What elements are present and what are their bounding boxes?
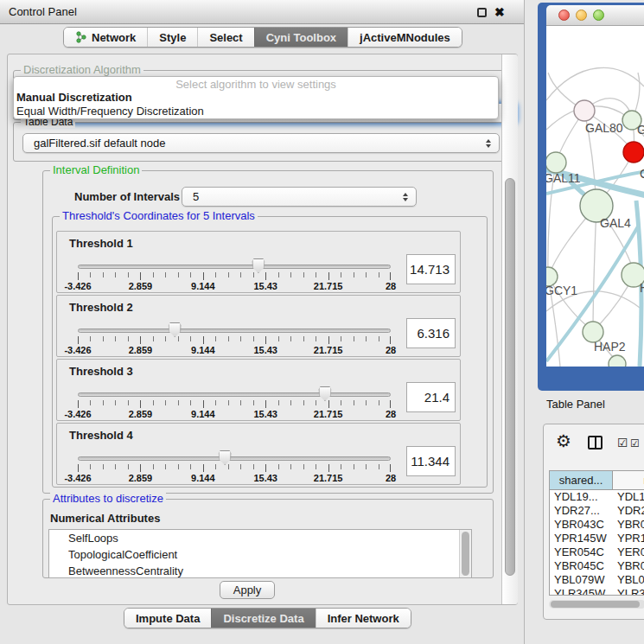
checkbox-checked-icon[interactable]: ☑ xyxy=(630,437,640,450)
tab-discretize-data[interactable]: Discretize Data xyxy=(211,609,315,628)
tab-label: Infer Network xyxy=(328,612,399,625)
network-view-window: GAL80 GA GAL11 C GAL4 GCY1 H HAP2 xyxy=(538,3,644,391)
node-label-gal11: GAL11 xyxy=(546,171,581,185)
network-canvas[interactable]: GAL80 GA GAL11 C GAL4 GCY1 H HAP2 xyxy=(546,26,644,367)
threshold-slider[interactable]: -3.4262.8599.14415.4321.71528 xyxy=(78,322,391,356)
cell-shared-name[interactable]: YDR27... xyxy=(550,504,613,518)
panel-vertical-scrollbar[interactable] xyxy=(501,54,518,604)
cell-shared-name[interactable]: YBL079W xyxy=(550,573,613,587)
cell-name[interactable]: YDL1 xyxy=(613,490,644,504)
node-label-partial-c: C xyxy=(640,167,644,181)
cell-name[interactable]: YDR2 xyxy=(613,504,644,518)
threshold-slider[interactable]: -3.4262.8599.14415.4321.71528 xyxy=(78,450,391,484)
tab-network[interactable]: Network xyxy=(64,28,147,47)
threshold-list: Threshold 1 -3.4262.8599.14415.4321.7152… xyxy=(56,231,461,487)
column-header-shared[interactable]: shared... xyxy=(550,471,613,490)
attributes-scrollbar[interactable] xyxy=(459,530,471,577)
slider-thumb[interactable] xyxy=(318,386,331,401)
table-row[interactable]: YBL079WYBL0 xyxy=(550,573,644,587)
float-window-icon[interactable] xyxy=(477,8,487,17)
table-panel-title: Table Panel xyxy=(546,398,605,411)
network-window-titlebar[interactable] xyxy=(546,5,644,26)
close-icon[interactable]: ✖ xyxy=(494,3,505,21)
attribute-list-item[interactable]: TopologicalCoefficient xyxy=(49,546,471,563)
cell-shared-name[interactable]: YPR145W xyxy=(550,532,613,545)
tab-label: Select xyxy=(209,31,242,44)
table-row[interactable]: YER054CYER0 xyxy=(550,545,644,559)
node-selected-red[interactable] xyxy=(623,142,644,163)
slider-track[interactable] xyxy=(78,328,391,333)
table-row[interactable]: YPR145WYPR1 xyxy=(550,532,644,545)
scrollbar-thumb[interactable] xyxy=(551,601,640,608)
table-row[interactable]: YBR043CYBR0 xyxy=(550,518,644,532)
cell-name[interactable]: YBR0 xyxy=(613,559,644,573)
cell-name[interactable]: YER0 xyxy=(613,545,644,559)
gear-icon[interactable]: ⚙ xyxy=(556,431,571,450)
threshold-label: Threshold 3 xyxy=(69,365,133,378)
checkbox-checked-icon[interactable]: ☑ xyxy=(617,436,628,450)
attribute-list-item[interactable]: SelfLoops xyxy=(49,530,471,546)
dropdown-option-equal-width-frequency[interactable]: Equal Width/Frequency Discretization xyxy=(14,105,498,118)
number-of-intervals-label: Number of Intervals xyxy=(74,190,180,203)
apply-button[interactable]: Apply xyxy=(220,581,275,599)
threshold-value-field[interactable]: 11.344 xyxy=(406,446,456,476)
table-row[interactable]: YDR27...YDR2 xyxy=(550,504,644,518)
cell-shared-name[interactable]: YDL19... xyxy=(550,490,613,504)
table-horizontal-scrollbar[interactable] xyxy=(549,600,644,609)
threshold-value-field[interactable]: 14.713 xyxy=(406,254,456,284)
node-gal11[interactable] xyxy=(546,152,566,173)
attribute-list-item[interactable]: BetweennessCentrality xyxy=(49,563,471,578)
column-layout-icon[interactable] xyxy=(588,436,603,450)
cell-shared-name[interactable]: YBR045C xyxy=(550,559,613,573)
tick-label: 15.43 xyxy=(253,281,277,291)
scrollbar-thumb[interactable] xyxy=(505,178,515,576)
node-gal80[interactable] xyxy=(574,100,595,121)
cell-shared-name[interactable]: YER054C xyxy=(550,545,613,559)
close-traffic-light-icon[interactable] xyxy=(558,10,570,21)
tab-style[interactable]: Style xyxy=(147,28,197,47)
number-of-intervals-combobox[interactable]: 5 xyxy=(182,187,417,207)
tab-jactivemnodules[interactable]: jActiveMNodules xyxy=(348,28,462,47)
threshold-block: Threshold 2 -3.4262.8599.14415.4321.7152… xyxy=(56,295,461,357)
cell-name[interactable]: YPR1 xyxy=(613,532,644,545)
table-row[interactable]: YBR045CYBR0 xyxy=(550,559,644,573)
cyni-toolbox-panel: Discretization Algorithm Select algorith… xyxy=(7,54,518,605)
thresholds-coordinates-label: Threshold's Coordinates for 5 Intervals xyxy=(60,210,258,222)
threshold-slider[interactable]: -3.4262.8599.14415.4321.71528 xyxy=(78,258,391,292)
cell-name[interactable]: YLR3 xyxy=(613,587,644,596)
tab-select[interactable]: Select xyxy=(197,28,253,47)
node-partial-bottom[interactable] xyxy=(609,355,626,367)
tick-label: 15.43 xyxy=(253,409,277,419)
tab-impute-data[interactable]: Impute Data xyxy=(124,609,211,628)
scrollbar-thumb[interactable] xyxy=(462,532,469,576)
top-tab-bar: Network Style Select Cyni Toolbox jActiv… xyxy=(63,27,462,48)
slider-thumb[interactable] xyxy=(252,258,265,273)
dropdown-option-manual-discretization[interactable]: Manual Discretization xyxy=(14,91,498,105)
slider-track[interactable] xyxy=(78,265,391,269)
cell-shared-name[interactable]: YLR345W xyxy=(550,587,613,596)
table-row[interactable]: YDL19...YDL1 xyxy=(550,490,644,504)
tab-cyni-toolbox[interactable]: Cyni Toolbox xyxy=(254,28,348,47)
threshold-block: Threshold 1 -3.4262.8599.14415.4321.7152… xyxy=(56,231,461,293)
slider-track[interactable] xyxy=(78,456,391,461)
zoom-traffic-light-icon[interactable] xyxy=(593,10,604,21)
table-data-combobox[interactable]: galFiltered.sif default node xyxy=(22,133,500,153)
tick-label: -3.426 xyxy=(64,281,91,291)
cell-name[interactable]: YBL0 xyxy=(613,573,644,587)
tick-label: 15.43 xyxy=(253,473,277,483)
cell-name[interactable]: YBR0 xyxy=(613,518,644,532)
slider-thumb[interactable] xyxy=(169,322,182,337)
dropdown-placeholder-option[interactable]: Select algorithm to view settings xyxy=(14,78,498,91)
column-header-name[interactable]: na xyxy=(613,471,644,490)
tick-label: 2.859 xyxy=(129,281,153,291)
minimize-traffic-light-icon[interactable] xyxy=(576,10,587,21)
threshold-slider[interactable]: -3.4262.8599.14415.4321.71528 xyxy=(78,386,391,420)
threshold-value-field[interactable]: 6.316 xyxy=(406,318,456,348)
cell-shared-name[interactable]: YBR043C xyxy=(550,518,613,532)
slider-track[interactable] xyxy=(78,392,391,397)
table-data-group: Table Data galFiltered.sif default node xyxy=(13,122,511,162)
slider-thumb[interactable] xyxy=(219,450,232,465)
threshold-value-field[interactable]: 21.4 xyxy=(406,382,456,412)
table-row[interactable]: YLR345WYLR3 xyxy=(550,587,644,596)
tab-infer-network[interactable]: Infer Network xyxy=(316,609,411,628)
